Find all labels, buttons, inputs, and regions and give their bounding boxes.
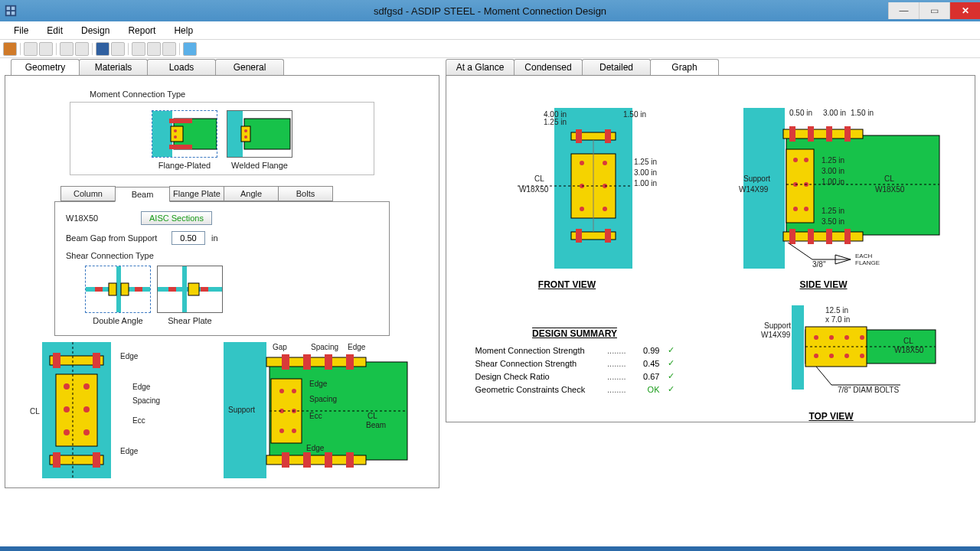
tool-print-icon[interactable]: [111, 42, 125, 56]
svg-rect-109: [826, 126, 832, 142]
svg-rect-7: [171, 126, 183, 142]
tool-copy-icon[interactable]: [24, 42, 38, 56]
svg-point-92: [580, 207, 584, 211]
svg-point-15: [244, 129, 247, 132]
menu-report[interactable]: Report: [119, 23, 165, 38]
svg-text:W18X50: W18X50: [894, 346, 924, 354]
svg-text:Support: Support: [764, 321, 791, 330]
summary-key: Shear Connection Strength: [475, 359, 605, 368]
svg-point-37: [83, 383, 90, 390]
svg-text:1.00 in: 1.00 in: [822, 178, 844, 186]
shear-double-angle[interactable]: Double Angle: [85, 266, 151, 325]
svg-line-135: [788, 243, 812, 259]
svg-rect-83: [605, 129, 611, 143]
tab-general[interactable]: General: [215, 59, 284, 76]
conn-flange-plated[interactable]: Flange-Plated: [152, 110, 217, 170]
tool-undo-icon[interactable]: [60, 42, 74, 56]
svg-text:1.25 in: 1.25 in: [822, 156, 844, 165]
tool-module-icon[interactable]: [96, 42, 109, 56]
svg-rect-84: [576, 229, 582, 243]
svg-rect-112: [808, 229, 814, 244]
svg-rect-82: [576, 129, 582, 143]
svg-rect-22: [135, 287, 142, 292]
shear-plate-label: Shear Plate: [157, 316, 223, 325]
conn-flange-plated-label: Flange-Plated: [152, 161, 217, 170]
tab-loads[interactable]: Loads: [147, 59, 216, 76]
tool-redo-icon[interactable]: [75, 42, 89, 56]
svg-text:3.00 in: 3.00 in: [823, 109, 846, 117]
svg-text:Edge: Edge: [120, 447, 139, 455]
tab-detailed[interactable]: Detailed: [582, 59, 651, 76]
svg-rect-32: [93, 353, 100, 368]
front-view: 4.00 in 1.25 in 1.50 in 1.25 in 3.00 in …: [472, 90, 663, 290]
close-button[interactable]: ✕: [949, 2, 980, 19]
svg-text:1.25 in: 1.25 in: [634, 158, 657, 166]
side-view: 0.50 in 3.00 in 1.50 in 1.25 in 3.00 in …: [697, 90, 950, 290]
beam-gap-unit: in: [211, 233, 218, 243]
front-view-title: FRONT VIEW: [472, 279, 663, 290]
app-icon: [4, 4, 18, 18]
svg-text:Edge: Edge: [348, 343, 366, 351]
svg-text:Edge: Edge: [132, 383, 151, 391]
subtab-flange-plate[interactable]: Flange Plate: [169, 186, 224, 201]
svg-text:CL: CL: [884, 174, 894, 183]
beam-gap-input[interactable]: [172, 231, 205, 245]
svg-rect-35: [56, 374, 97, 446]
svg-text:3.00 in: 3.00 in: [822, 167, 844, 175]
svg-point-67: [292, 429, 296, 433]
maximize-button[interactable]: ▭: [919, 2, 949, 19]
svg-text:1.00 in: 1.00 in: [634, 179, 657, 187]
svg-rect-25: [188, 283, 199, 295]
tool-paste-icon[interactable]: [39, 42, 53, 56]
tool-zoom-out-icon[interactable]: [132, 42, 145, 56]
svg-point-16: [244, 135, 247, 139]
svg-line-158: [816, 367, 831, 385]
toolbar-sep: [56, 43, 57, 55]
subtab-bolts[interactable]: Bolts: [278, 186, 333, 201]
check-icon: ✓: [668, 358, 675, 368]
tool-zoom-fit-icon[interactable]: [147, 42, 161, 56]
svg-text:Spacing: Spacing: [132, 396, 160, 405]
subtab-beam[interactable]: Beam: [115, 187, 170, 202]
tab-graph[interactable]: Graph: [650, 59, 719, 76]
check-icon: ✓: [668, 371, 675, 381]
tab-at-a-glance[interactable]: At a Glance: [446, 59, 514, 76]
toolbar-sep: [128, 43, 129, 55]
svg-text:7/8" DIAM BOLTS: 7/8" DIAM BOLTS: [838, 386, 899, 394]
svg-rect-59: [325, 452, 332, 468]
svg-point-66: [279, 429, 284, 433]
conn-welded-flange[interactable]: Welded Flange: [227, 110, 292, 170]
svg-text:Ecc: Ecc: [132, 416, 145, 425]
menu-file[interactable]: File: [5, 23, 38, 38]
tool-page-icon[interactable]: [162, 42, 176, 56]
tab-condensed[interactable]: Condensed: [514, 59, 583, 76]
svg-rect-12: [227, 111, 243, 157]
svg-point-120: [793, 207, 798, 211]
menu-help[interactable]: Help: [165, 23, 202, 38]
menu-design[interactable]: Design: [72, 23, 119, 38]
svg-text:Support: Support: [228, 406, 255, 414]
svg-text:Spacing: Spacing: [309, 395, 337, 403]
aisc-sections-button[interactable]: AISC Sections: [141, 211, 212, 225]
svg-rect-21: [95, 287, 103, 292]
subtab-angle[interactable]: Angle: [224, 186, 279, 201]
svg-text:1.25 in: 1.25 in: [544, 118, 567, 126]
minimize-button[interactable]: —: [888, 2, 919, 19]
summary-key: Design Check Ratio: [475, 372, 605, 381]
svg-point-38: [64, 406, 70, 412]
svg-text:EACH: EACH: [855, 253, 872, 259]
svg-rect-13: [244, 119, 290, 149]
tab-materials[interactable]: Materials: [79, 59, 148, 76]
svg-text:Support: Support: [743, 174, 770, 183]
svg-text:CL: CL: [30, 407, 40, 416]
svg-text:x 7.0 in: x 7.0 in: [825, 315, 850, 324]
tool-pm-icon[interactable]: [3, 42, 17, 56]
toolbar-sep: [92, 43, 93, 55]
conn-welded-flange-label: Welded Flange: [227, 161, 292, 170]
menu-edit[interactable]: Edit: [38, 23, 72, 38]
shear-plate[interactable]: Shear Plate: [157, 266, 223, 325]
svg-text:3/8": 3/8": [812, 260, 826, 269]
tool-help-icon[interactable]: [183, 42, 197, 56]
subtab-column[interactable]: Column: [60, 186, 116, 201]
tab-geometry[interactable]: Geometry: [11, 59, 80, 76]
